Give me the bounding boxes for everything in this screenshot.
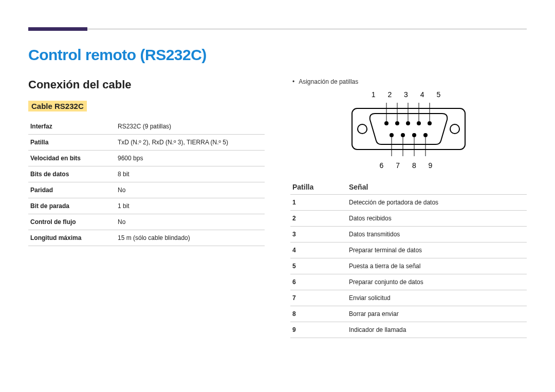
spec-label: Velocidad en bits — [28, 151, 116, 166]
spec-label: Longitud máxima — [28, 230, 116, 246]
content-columns: Conexión del cable Cable RS232C Interfaz… — [28, 78, 527, 338]
svg-point-9 — [401, 133, 405, 137]
table-row: 5Puesta a tierra de la señal — [290, 258, 527, 274]
header-accent-bar — [28, 27, 87, 31]
svg-point-1 — [358, 124, 367, 134]
table-row: 9Indicador de llamada — [290, 322, 527, 338]
pin-signal: Detección de portadora de datos — [347, 195, 527, 211]
svg-point-11 — [423, 133, 428, 137]
table-row: ParidadNo — [28, 182, 265, 198]
right-column: •Asignación de patillas 1 2 3 4 5 — [290, 78, 527, 338]
table-row: 6Preparar conjunto de datos — [290, 274, 527, 290]
spec-label: Patilla — [28, 135, 116, 151]
top-pin-numbers: 1 2 3 4 5 — [290, 90, 527, 99]
svg-point-4 — [395, 121, 399, 125]
pin-number: 9 — [290, 322, 347, 338]
table-row: 7Enviar solicitud — [290, 290, 527, 306]
pin-number: 6 — [290, 274, 347, 290]
spec-value: 9600 bps — [116, 151, 265, 166]
svg-point-3 — [384, 121, 388, 125]
spec-label: Bit de parada — [28, 198, 116, 214]
spec-value: TxD (N.º 2), RxD (N.º 3), TIERRA (N.º 5) — [116, 135, 265, 151]
table-row: Velocidad en bits9600 bps — [28, 151, 265, 166]
spec-value: 8 bit — [116, 166, 265, 182]
pin-assignment-heading: •Asignación de patillas — [292, 78, 527, 85]
db9-connector-icon — [349, 101, 468, 157]
section-heading: Conexión del cable — [28, 78, 265, 91]
table-row: 4Preparar terminal de datos — [290, 242, 527, 258]
table-row: Longitud máxima15 m (sólo cable blindado… — [28, 230, 265, 246]
table-row: 1Detección de portadora de datos — [290, 195, 527, 211]
connector-diagram: 1 2 3 4 5 — [290, 90, 527, 170]
table-row: 3Datos transmitidos — [290, 227, 527, 242]
pin-number: 8 — [290, 306, 347, 322]
pin-number: 2 — [290, 211, 347, 227]
left-column: Conexión del cable Cable RS232C Interfaz… — [28, 78, 265, 338]
page-title: Control remoto (RS232C) — [28, 46, 527, 64]
pin-assignment-label: Asignación de patillas — [299, 78, 358, 85]
bottom-pin-numbers: 6 7 8 9 — [290, 161, 527, 170]
table-row: Control de flujoNo — [28, 214, 265, 230]
spec-label: Control de flujo — [28, 214, 116, 230]
spec-value: 1 bit — [116, 198, 265, 214]
table-row: InterfazRS232C (9 patillas) — [28, 119, 265, 135]
bullet-icon: • — [292, 78, 294, 85]
pin-signal: Enviar solicitud — [347, 290, 527, 306]
pin-signal: Datos recibidos — [347, 211, 527, 227]
svg-point-7 — [428, 121, 432, 125]
table-row: 8Borrar para enviar — [290, 306, 527, 322]
spec-table: InterfazRS232C (9 patillas) PatillaTxD (… — [28, 119, 265, 246]
svg-point-10 — [412, 133, 416, 137]
pin-number: 4 — [290, 242, 347, 258]
pin-column-header: Patilla — [290, 180, 347, 195]
spec-value: 15 m (sólo cable blindado) — [116, 230, 265, 246]
table-row: 2Datos recibidos — [290, 211, 527, 227]
pin-signal: Indicador de llamada — [347, 322, 527, 338]
table-row: PatillaTxD (N.º 2), RxD (N.º 3), TIERRA … — [28, 135, 265, 151]
pin-number: 1 — [290, 195, 347, 211]
table-row: Bit de parada1 bit — [28, 198, 265, 214]
signal-column-header: Señal — [347, 180, 527, 195]
svg-point-2 — [450, 124, 459, 134]
header-divider — [28, 29, 527, 29]
pin-signal: Preparar conjunto de datos — [347, 274, 527, 290]
svg-point-6 — [417, 121, 421, 125]
pin-number: 3 — [290, 227, 347, 242]
pin-number: 5 — [290, 258, 347, 274]
pin-number: 7 — [290, 290, 347, 306]
pin-signal: Datos transmitidos — [347, 227, 527, 242]
spec-label: Bits de datos — [28, 166, 116, 182]
spec-label: Paridad — [28, 182, 116, 198]
subsection-heading: Cable RS232C — [28, 101, 87, 111]
table-row: Bits de datos8 bit — [28, 166, 265, 182]
pin-signal: Borrar para enviar — [347, 306, 527, 322]
pin-signal: Preparar terminal de datos — [347, 242, 527, 258]
spec-value: No — [116, 182, 265, 198]
spec-value: No — [116, 214, 265, 230]
svg-point-8 — [390, 133, 394, 137]
spec-label: Interfaz — [28, 119, 116, 135]
pin-signal: Puesta a tierra de la señal — [347, 258, 527, 274]
pin-signal-table: Patilla Señal 1Detección de portadora de… — [290, 180, 527, 338]
svg-point-5 — [406, 121, 410, 125]
spec-value: RS232C (9 patillas) — [116, 119, 265, 135]
svg-rect-0 — [352, 108, 465, 150]
